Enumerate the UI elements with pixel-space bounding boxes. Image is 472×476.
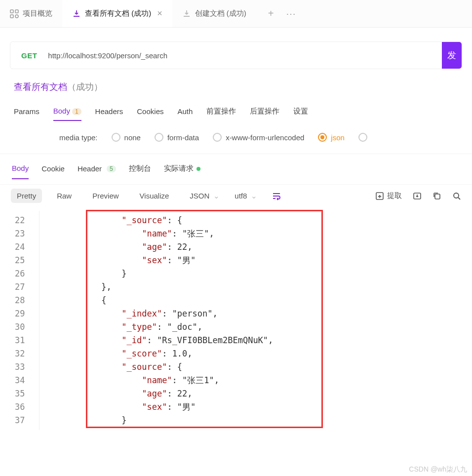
tab-overview[interactable]: 项目概览 (0, 0, 62, 27)
svg-rect-1 (15, 10, 18, 13)
tab-create-doc[interactable]: 创建文档 (成功) (172, 0, 256, 27)
extract-button[interactable]: 提取 (375, 191, 402, 200)
tab-bar: 项目概览 查看所有文档 (成功) × 创建文档 (成功) + ⋯ (0, 0, 472, 28)
http-method[interactable]: GET (10, 51, 48, 60)
tab-menu-icon[interactable]: ⋯ (286, 8, 296, 20)
tab-settings[interactable]: 设置 (293, 107, 308, 121)
svg-rect-6 (435, 194, 440, 199)
add-tab-icon[interactable]: + (268, 8, 274, 20)
tab-params[interactable]: Params (14, 107, 39, 120)
grid-icon (10, 9, 19, 18)
response-toolbar: Pretty Raw Preview Visualize JSON⌄ utf8⌄… (0, 184, 472, 208)
tab-label: 查看所有文档 (成功) (85, 9, 151, 18)
svg-rect-2 (10, 15, 13, 18)
tab-body[interactable]: Body1 (53, 107, 81, 121)
media-type-label: media type: (59, 133, 98, 142)
line-gutter: 22232425262728293031323334353637 (10, 211, 33, 430)
resp-tab-cookie[interactable]: Cookie (41, 164, 65, 179)
media-more[interactable] (358, 133, 371, 142)
resp-tab-console[interactable]: 控制台 (129, 164, 151, 179)
request-name-suffix: （成功） (67, 82, 103, 92)
chevron-down-icon: ⌄ (251, 192, 257, 200)
media-type-row: media type: none form-data x-www-form-ur… (0, 127, 472, 154)
body-count-badge: 1 (72, 108, 81, 115)
svg-point-7 (454, 193, 459, 198)
tab-postscript[interactable]: 后置操作 (250, 107, 279, 121)
tab-view-docs[interactable]: 查看所有文档 (成功) × (62, 0, 172, 27)
close-icon[interactable]: × (157, 8, 162, 19)
view-visualize[interactable]: Visualize (134, 189, 175, 203)
search-icon[interactable] (452, 192, 461, 200)
tab-prescript[interactable]: 前置操作 (206, 107, 236, 121)
request-url[interactable]: http://localhost:9200/person/_search (48, 51, 442, 60)
svg-point-3 (15, 15, 18, 18)
svg-rect-0 (10, 10, 13, 13)
download-icon (72, 9, 81, 18)
format-select[interactable]: JSON⌄ (190, 192, 220, 200)
save-icon[interactable] (413, 192, 422, 200)
tab-label: 创建文档 (成功) (195, 9, 246, 18)
encoding-select[interactable]: utf8⌄ (235, 192, 257, 200)
response-tabs: Body Cookie Header5 控制台 实际请求 (0, 154, 472, 184)
request-name: 查看所有文档（成功） (0, 69, 472, 97)
media-xwww[interactable]: x-www-form-urlencoded (213, 133, 304, 142)
wrap-toggle[interactable] (272, 192, 281, 200)
tab-cookies[interactable]: Cookies (137, 107, 163, 120)
download-icon (182, 9, 191, 18)
chevron-down-icon: ⌄ (213, 192, 220, 200)
resp-tab-body[interactable]: Body (12, 164, 29, 179)
request-url-bar: GET http://localhost:9200/person/_search… (10, 41, 462, 69)
dot-indicator (197, 167, 200, 171)
copy-icon[interactable] (433, 192, 441, 200)
request-name-main: 查看所有文档 (14, 82, 67, 92)
resp-tab-actual[interactable]: 实际请求 (164, 164, 200, 179)
code-content[interactable]: "_source": { "name": "张三", "age": 22, "s… (40, 211, 273, 430)
resp-tab-header[interactable]: Header5 (78, 164, 116, 179)
tab-headers[interactable]: Headers (95, 107, 123, 120)
media-none[interactable]: none (112, 133, 141, 142)
media-json[interactable]: json (318, 133, 345, 142)
media-formdata[interactable]: form-data (155, 133, 199, 142)
header-count-badge: 5 (107, 165, 116, 172)
view-preview[interactable]: Preview (86, 189, 124, 203)
tab-label: 项目概览 (23, 9, 52, 18)
view-pretty[interactable]: Pretty (11, 189, 42, 203)
send-button[interactable]: 发 (442, 42, 462, 69)
request-tabs: Params Body1 Headers Cookies Auth 前置操作 后… (0, 97, 472, 127)
fold-column (33, 211, 39, 430)
response-body: 22232425262728293031323334353637 "_sourc… (10, 211, 462, 430)
view-raw[interactable]: Raw (51, 189, 78, 203)
tab-auth[interactable]: Auth (177, 107, 193, 120)
